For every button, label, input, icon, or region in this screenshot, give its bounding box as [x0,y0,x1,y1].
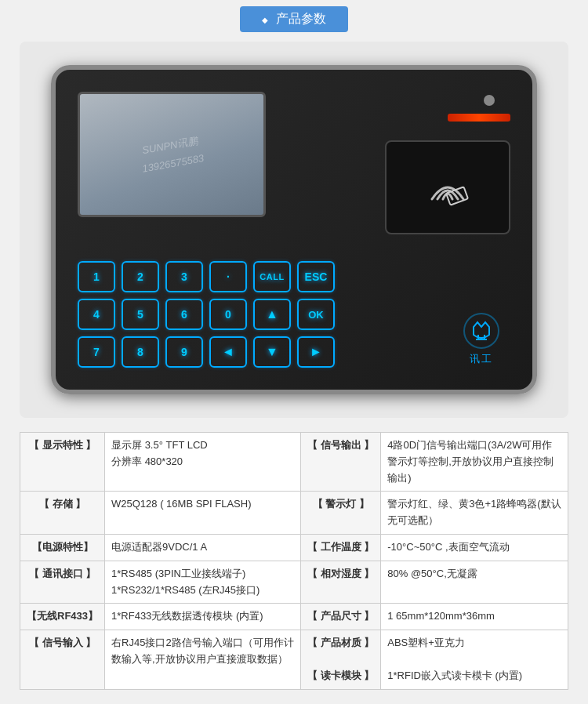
logo-icon [462,311,501,350]
key-left[interactable]: ◄ [209,336,247,368]
key-8[interactable]: 8 [122,336,159,368]
spec-label-humidity: 【 相对湿度 】 [301,561,381,604]
key-down[interactable]: ▼ [253,336,291,368]
spec-value-material: ABS塑料+亚克力1*RFID嵌入式读卡模卡 (内置) [381,630,568,689]
spec-label-rf: 【无线RF433】 [20,604,105,630]
key-9[interactable]: 9 [165,336,203,368]
spec-label-display: 【 显示特性 】 [20,433,105,492]
key-esc[interactable]: ESC [297,261,335,292]
spec-label-power: 【电源特性】 [20,534,105,561]
key-3[interactable]: 3 [165,261,203,292]
spec-value-temp: -10°C~50°C ,表面空气流动 [381,534,568,561]
red-led-strip [448,114,510,122]
spec-label-size: 【 产品尺寸 】 [301,604,381,630]
header-tab: 产品参数 [240,6,348,32]
spec-label-material: 【 产品材质 】【 读卡模块 】 [301,630,381,689]
spec-row-signal-in: 【 信号输入 】 右RJ45接口2路信号输入端口（可用作计数输入等,开放协议用户… [20,630,568,689]
key-1[interactable]: 1 [78,261,115,292]
screen-watermark: SUNPN讯鹏13926575583 [138,131,205,178]
logo-text: 讯工 [470,352,493,366]
brand-logo: 讯工 [462,311,501,366]
spec-label-signal-out: 【 信号输出 】 [301,433,381,492]
spec-value-power: 电源适配器9VDC/1 A [105,534,301,561]
svg-point-1 [464,314,499,348]
spec-value-comm: 1*RS485 (3PIN工业接线端子)1*RS232/1*RS485 (左RJ… [105,561,301,604]
spec-label-storage: 【 存储 】 [20,492,105,535]
spec-row-power: 【电源特性】 电源适配器9VDC/1 A 【 工作温度 】 -10°C~50°C… [20,534,568,561]
key-0[interactable]: 0 [209,299,247,330]
key-6[interactable]: 6 [165,299,203,330]
keypad: 1 2 3 · CALL ESC 4 5 6 0 ▲ OK 7 8 9 ◄ ▼ … [78,261,335,368]
key-ok[interactable]: OK [297,299,335,330]
key-call[interactable]: CALL [253,261,291,292]
key-4[interactable]: 4 [78,299,115,330]
spec-value-size: 1 65mm*120mm*36mm [381,604,568,630]
key-7[interactable]: 7 [78,336,115,368]
spec-value-rf: 1*RF433无线数据透传模块 (内置) [105,604,301,630]
spec-label-alarm: 【 警示灯 】 [301,492,381,535]
spec-value-signal-out: 4路0D门信号输出端口(3A/2W可用作警示灯等控制,开放协议用户直接控制输出) [381,433,568,492]
spec-value-alarm: 警示灯红、绿、黄3色+1路蜂鸣器(默认无可选配） [381,492,568,535]
key-right[interactable]: ► [297,336,335,368]
device-body: SUNPN讯鹏13926575583 [51,65,537,394]
key-dot[interactable]: · [209,261,247,292]
key-2[interactable]: 2 [122,261,159,292]
specs-table: 【 显示特性 】 显示屏 3.5° TFT LCD分辨率 480*320 【 信… [20,432,568,690]
spec-row-rf: 【无线RF433】 1*RF433无线数据透传模块 (内置) 【 产品尺寸 】 … [20,604,568,630]
spec-label-comm: 【 通讯接口 】 [20,561,105,604]
header-tab-label: 产品参数 [276,12,326,25]
key-5[interactable]: 5 [122,299,159,330]
spec-value-display: 显示屏 3.5° TFT LCD分辨率 480*320 [105,433,301,492]
device-screen: SUNPN讯鹏13926575583 [78,92,266,217]
spec-label-signal-in: 【 信号输入 】 [20,630,105,689]
spec-value-signal-in: 右RJ45接口2路信号输入端口（可用作计数输入等,开放协议用户直接渡取数据） [105,630,301,689]
spec-label-temp: 【 工作温度 】 [301,534,381,561]
spec-value-storage: W25Q128 ( 16MB SPI FLASH) [105,492,301,535]
device-container: SUNPN讯鹏13926575583 [20,42,568,418]
spec-value-humidity: 80% @50°C,无凝露 [381,561,568,604]
spec-row-display: 【 显示特性 】 显示屏 3.5° TFT LCD分辨率 480*320 【 信… [20,433,568,492]
spec-row-comm: 【 通讯接口 】 1*RS485 (3PIN工业接线端子)1*RS232/1*R… [20,561,568,604]
led-indicator [484,95,495,106]
spec-row-storage: 【 存储 】 W25Q128 ( 16MB SPI FLASH) 【 警示灯 】… [20,492,568,535]
card-reader [385,140,510,234]
key-up[interactable]: ▲ [253,299,291,330]
